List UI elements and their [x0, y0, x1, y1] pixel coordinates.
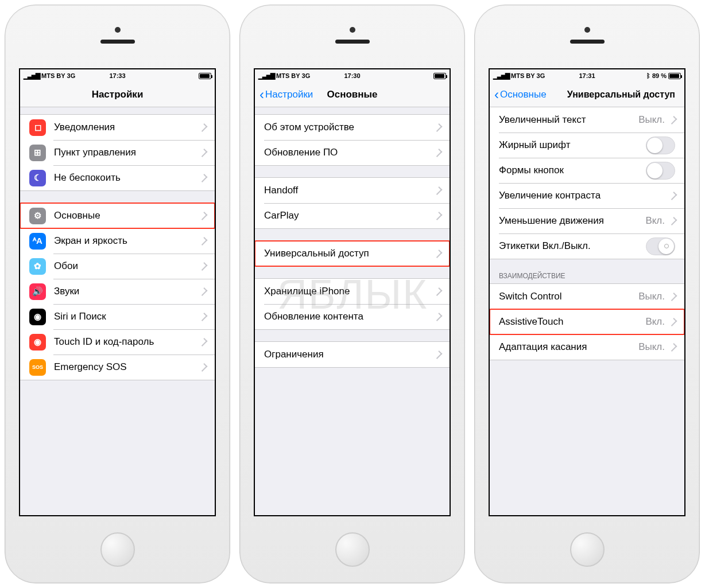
back-label: Основные [500, 89, 547, 100]
settings-row[interactable]: Универсальный доступ [255, 241, 450, 266]
toggle-switch[interactable] [646, 137, 675, 154]
chevron-right-icon [199, 262, 208, 271]
sounds-icon: 🔊 [29, 283, 46, 300]
clock: 17:31 [579, 72, 595, 79]
settings-row[interactable]: Handoff [255, 178, 450, 203]
carrier-label: MTS BY [276, 72, 300, 79]
settings-row[interactable]: ⚙Основные [20, 203, 215, 228]
settings-row[interactable]: Switch ControlВыкл. [490, 284, 684, 309]
back-label: Настройки [265, 89, 313, 100]
settings-row[interactable]: Ограничения [255, 342, 450, 367]
carrier-label: MTS BY [41, 72, 65, 79]
settings-row[interactable]: Этикетки Вкл./Выкл. [490, 233, 684, 259]
settings-row[interactable]: Формы кнопок [490, 158, 684, 183]
row-value: Вкл. [645, 316, 665, 328]
phone-general: ▁▃▅▇ MTS BY 3G 17:30 ‹ Настройки Основны… [235, 0, 470, 588]
row-label: Адаптация касания [499, 341, 638, 353]
chevron-right-icon [199, 149, 208, 157]
settings-row[interactable]: Обновление контента [255, 304, 450, 329]
settings-row[interactable]: SOSEmergency SOS [20, 355, 215, 380]
settings-row[interactable]: ⊞Пункт управления [20, 140, 215, 165]
row-value: Выкл. [638, 291, 665, 302]
phone-settings: ▁▃▅▇ MTS BY 3G 17:33 Настройки ◻Уведомле… [0, 0, 235, 588]
network-label: 3G [537, 72, 545, 79]
row-value: Выкл. [638, 114, 665, 126]
chevron-right-icon [199, 363, 208, 372]
row-label: Жирный шрифт [499, 139, 646, 151]
phone-frame: ▁▃▅▇ MTS BY 3G 17:31 ᛒ 89 % ‹ Основные У… [474, 5, 700, 583]
back-button[interactable]: ‹ Основные [494, 88, 547, 102]
clock: 17:30 [344, 72, 360, 79]
chevron-right-icon [669, 217, 677, 225]
dnd-icon: ☾ [29, 170, 46, 186]
row-label: Формы кнопок [499, 165, 646, 176]
settings-row[interactable]: ◻Уведомления [20, 115, 215, 140]
settings-row[interactable]: Об этом устройстве [255, 115, 450, 140]
settings-row[interactable]: Хранилище iPhone [255, 279, 450, 304]
row-label: Обновление ПО [264, 147, 433, 158]
settings-row[interactable]: ✿Обои [20, 254, 215, 279]
siri-icon: ◉ [29, 309, 46, 325]
row-label: Хранилище iPhone [264, 286, 433, 297]
content[interactable]: Увеличенный текстВыкл.Жирный шрифтФормы … [490, 107, 684, 515]
chevron-right-icon [669, 343, 677, 352]
carrier-label: MTS BY [511, 72, 535, 79]
home-button[interactable] [100, 532, 135, 567]
camera-icon [115, 27, 121, 33]
settings-row[interactable]: ᴬAЭкран и яркость [20, 228, 215, 254]
settings-row[interactable]: AssistiveTouchВкл. [490, 309, 684, 334]
screen: ▁▃▅▇ MTS BY 3G 17:33 Настройки ◻Уведомле… [19, 68, 216, 516]
clock: 17:33 [109, 72, 125, 79]
settings-row[interactable]: ☾Не беспокоить [20, 165, 215, 190]
row-label: Об этом устройстве [264, 122, 433, 133]
wallpaper-icon: ✿ [29, 258, 46, 275]
settings-row[interactable]: Увеличенный текстВыкл. [490, 107, 684, 133]
settings-row[interactable]: Увеличение контраста [490, 183, 684, 208]
home-button[interactable] [335, 532, 370, 567]
settings-row[interactable]: CarPlay [255, 203, 450, 228]
nav-bar: Настройки [20, 82, 215, 107]
chevron-right-icon [434, 123, 443, 132]
section-header-interaction: ВЗАИМОДЕЙСТВИЕ [490, 259, 684, 283]
settings-row[interactable]: ◉Siri и Поиск [20, 304, 215, 329]
page-title: Настройки [20, 89, 215, 100]
chevron-right-icon [434, 287, 443, 296]
chevron-right-icon [434, 212, 443, 220]
battery-icon [433, 73, 446, 79]
toggle-switch[interactable] [646, 237, 675, 255]
row-label: Не беспокоить [54, 172, 199, 184]
settings-row[interactable]: Адаптация касанияВыкл. [490, 334, 684, 360]
nav-bar: ‹ Основные Универсальный доступ [490, 82, 684, 107]
battery-icon [668, 73, 681, 79]
chevron-right-icon [199, 338, 208, 346]
row-label: Универсальный доступ [264, 248, 433, 259]
row-value: Вкл. [645, 215, 665, 227]
speaker-icon [335, 40, 370, 44]
row-label: Уменьшение движения [499, 215, 645, 227]
chevron-right-icon [434, 351, 443, 359]
row-label: Основные [54, 210, 199, 221]
content[interactable]: Об этом устройствеОбновление ПО HandoffC… [255, 107, 450, 515]
settings-row[interactable]: Жирный шрифт [490, 133, 684, 158]
settings-row[interactable]: ◉Touch ID и код-пароль [20, 329, 215, 355]
phone-frame: ▁▃▅▇ MTS BY 3G 17:33 Настройки ◻Уведомле… [5, 5, 230, 583]
settings-row[interactable]: 🔊Звуки [20, 279, 215, 304]
back-button[interactable]: ‹ Настройки [259, 88, 313, 102]
chevron-right-icon [199, 174, 208, 182]
row-label: AssistiveTouch [499, 316, 645, 328]
status-bar: ▁▃▅▇ MTS BY 3G 17:31 ᛒ 89 % [490, 69, 684, 82]
settings-row[interactable]: Уменьшение движенияВкл. [490, 208, 684, 233]
chevron-right-icon [199, 287, 208, 296]
speaker-icon [570, 40, 605, 44]
content[interactable]: ◻Уведомления⊞Пункт управления☾Не беспоко… [20, 107, 215, 515]
toggle-switch[interactable] [646, 162, 675, 180]
signal-icon: ▁▃▅▇ [493, 72, 509, 80]
chevron-right-icon [669, 318, 677, 326]
chevron-left-icon: ‹ [259, 88, 264, 102]
general-icon: ⚙ [29, 208, 46, 224]
home-button[interactable] [570, 532, 605, 567]
chevron-right-icon [199, 212, 208, 220]
status-bar: ▁▃▅▇ MTS BY 3G 17:30 [255, 69, 450, 82]
settings-row[interactable]: Обновление ПО [255, 140, 450, 165]
page-title: Универсальный доступ [567, 89, 675, 100]
